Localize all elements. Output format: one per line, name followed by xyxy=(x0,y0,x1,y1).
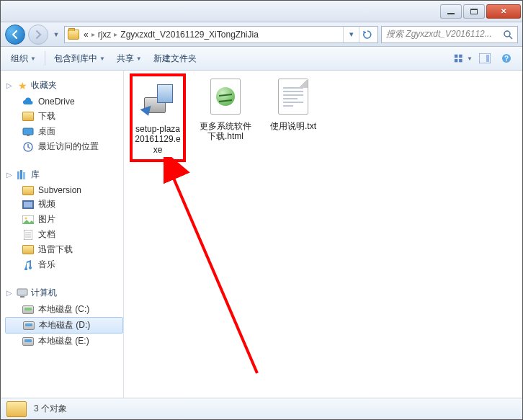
history-dropdown[interactable]: ▼ xyxy=(51,24,61,45)
svg-rect-11 xyxy=(27,135,30,136)
svg-rect-15 xyxy=(23,172,25,179)
text-icon xyxy=(273,76,313,117)
forward-button[interactable] xyxy=(28,24,48,45)
window-controls: ✕ xyxy=(440,4,521,19)
recent-icon xyxy=(22,141,34,153)
svg-rect-5 xyxy=(459,59,462,62)
annotation-arrow xyxy=(164,157,279,380)
command-bar: 组织▼ 包含到库中▼ 共享▼ 新建文件夹 ▼ ? xyxy=(1,47,522,71)
sidebar-item-downloads[interactable]: 下载 xyxy=(5,109,123,124)
svg-rect-7 xyxy=(486,55,489,62)
svg-line-1 xyxy=(509,36,512,39)
favorites-group[interactable]: ▷ ★ 收藏夹 xyxy=(5,75,123,94)
sidebar-item-onedrive[interactable]: OneDrive xyxy=(5,94,123,109)
svg-rect-17 xyxy=(24,202,32,207)
drive-icon xyxy=(22,337,34,346)
computer-group[interactable]: ▷ 计算机 xyxy=(5,282,123,302)
file-item-exe[interactable]: setup-plaza20161129.exe xyxy=(130,73,186,162)
svg-rect-25 xyxy=(20,296,24,298)
desktop-icon xyxy=(22,126,34,138)
music-icon xyxy=(22,259,34,271)
help-button[interactable]: ? xyxy=(496,50,517,67)
close-button[interactable]: ✕ xyxy=(486,4,521,19)
svg-text:?: ? xyxy=(504,55,509,63)
svg-rect-4 xyxy=(459,55,462,58)
include-in-library-menu[interactable]: 包含到库中▼ xyxy=(50,50,109,67)
svg-rect-13 xyxy=(17,171,19,179)
collapse-icon: ▷ xyxy=(6,171,14,179)
sidebar-item-drive-c[interactable]: 本地磁盘 (C:) xyxy=(5,302,123,317)
svg-rect-3 xyxy=(455,59,457,62)
navigation-pane: ▷ ★ 收藏夹 OneDrive 下载 桌面 最近访问的位置 ▷ 库 Su xyxy=(1,71,124,398)
address-dropdown[interactable]: ▾ xyxy=(343,27,359,43)
svg-rect-14 xyxy=(20,170,22,179)
titlebar: ✕ xyxy=(1,1,522,22)
file-label: setup-plaza20161129.exe xyxy=(134,124,182,155)
sidebar-item-subversion[interactable]: Subversion xyxy=(5,184,123,197)
sidebar-item-documents[interactable]: 文档 xyxy=(5,227,123,242)
search-icon xyxy=(503,30,513,40)
svg-point-19 xyxy=(25,217,27,219)
sidebar-item-music[interactable]: 音乐 xyxy=(5,257,123,272)
star-icon: ★ xyxy=(17,80,28,91)
breadcrumb-prefix: « xyxy=(84,30,89,40)
chevron-icon: ▸ xyxy=(114,30,117,38)
back-button[interactable] xyxy=(5,24,25,45)
sidebar-item-drive-e[interactable]: 本地磁盘 (E:) xyxy=(5,334,123,349)
preview-pane-button[interactable] xyxy=(475,50,495,67)
svg-rect-2 xyxy=(455,55,457,58)
sidebar-item-drive-d[interactable]: 本地磁盘 (D:) xyxy=(5,317,123,334)
minimize-button[interactable] xyxy=(440,4,462,19)
breadcrumb-part[interactable]: Zgyxzxdt_V20161129_XiTongZhiJia xyxy=(120,30,258,40)
file-label: 更多系统软件下载.html xyxy=(197,121,254,142)
sidebar-item-thunder[interactable]: 迅雷下载 xyxy=(5,242,123,257)
html-icon xyxy=(205,76,246,117)
status-text: 3 个对象 xyxy=(34,403,67,415)
svg-rect-24 xyxy=(17,289,27,295)
folder-icon xyxy=(22,186,34,195)
maximize-button[interactable] xyxy=(463,4,485,19)
sidebar-item-videos[interactable]: 视频 xyxy=(5,197,123,212)
svg-line-26 xyxy=(171,171,257,373)
chevron-icon: ▸ xyxy=(91,30,95,38)
picture-icon xyxy=(22,214,34,225)
library-icon xyxy=(17,169,28,181)
folder-icon xyxy=(6,401,27,417)
svg-rect-10 xyxy=(23,128,33,135)
document-icon xyxy=(22,229,34,241)
sidebar-item-recent[interactable]: 最近访问的位置 xyxy=(5,139,123,154)
search-placeholder: 搜索 Zgyxzxdt_V2016112... xyxy=(386,28,499,40)
collapse-icon: ▷ xyxy=(6,81,14,89)
folder-icon xyxy=(22,245,34,254)
cloud-icon xyxy=(22,96,34,107)
drive-icon xyxy=(22,305,34,314)
sidebar-item-pictures[interactable]: 图片 xyxy=(5,212,123,227)
drive-icon xyxy=(23,321,35,330)
address-bar[interactable]: « ▸ rjxz ▸ Zgyxzxdt_V20161129_XiTongZhiJ… xyxy=(64,26,378,43)
file-label: 使用说明.txt xyxy=(265,121,321,131)
share-menu[interactable]: 共享▼ xyxy=(112,50,146,67)
status-bar: 3 个对象 xyxy=(1,398,522,419)
installer-icon xyxy=(138,79,178,120)
collapse-icon: ▷ xyxy=(6,289,14,297)
libraries-group[interactable]: ▷ 库 xyxy=(5,164,123,184)
refresh-button[interactable] xyxy=(359,27,375,43)
file-item-html[interactable]: 更多系统软件下载.html xyxy=(197,76,254,142)
navigation-bar: ▼ « ▸ rjxz ▸ Zgyxzxdt_V20161129_XiTongZh… xyxy=(1,22,522,47)
video-icon xyxy=(22,199,34,210)
folder-icon xyxy=(22,112,34,121)
svg-point-0 xyxy=(504,31,510,37)
organize-menu[interactable]: 组织▼ xyxy=(6,50,40,67)
computer-icon xyxy=(17,287,28,299)
change-view-button[interactable]: ▼ xyxy=(453,50,473,67)
sidebar-item-desktop[interactable]: 桌面 xyxy=(5,124,123,139)
new-folder-button[interactable]: 新建文件夹 xyxy=(149,50,201,67)
file-list-pane[interactable]: setup-plaza20161129.exe 更多系统软件下载.html 使用… xyxy=(124,71,522,398)
breadcrumb-part[interactable]: rjxz xyxy=(98,30,112,40)
folder-icon xyxy=(68,30,79,40)
search-box[interactable]: 搜索 Zgyxzxdt_V2016112... xyxy=(381,26,518,43)
file-item-txt[interactable]: 使用说明.txt xyxy=(265,76,321,131)
